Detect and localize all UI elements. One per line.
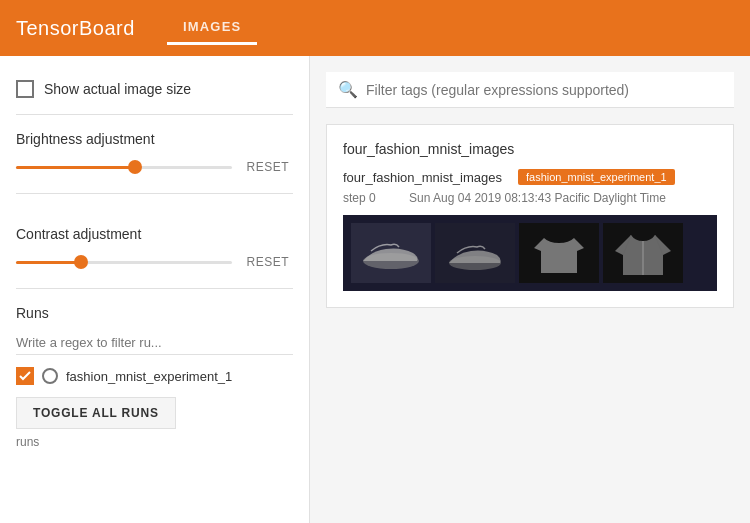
brightness-slider[interactable] <box>16 157 232 177</box>
run-radio[interactable] <box>42 368 58 384</box>
image-shoe2 <box>435 223 515 283</box>
contrast-thumb[interactable] <box>74 255 88 269</box>
runs-footer: runs <box>16 435 293 449</box>
right-panel: 🔍 four_fashion_mnist_images four_fashion… <box>310 56 750 523</box>
brightness-label: Brightness adjustment <box>16 131 293 147</box>
step-label: step 0 <box>343 191 376 205</box>
show-image-size-label: Show actual image size <box>44 81 191 97</box>
runs-title: Runs <box>16 305 293 321</box>
brightness-track <box>16 166 232 169</box>
image-card: four_fashion_mnist_images four_fashion_m… <box>326 124 734 308</box>
image-shoe1 <box>351 223 431 283</box>
brightness-slider-row: RESET <box>16 157 293 177</box>
image-card-title: four_fashion_mnist_images <box>343 141 717 157</box>
contrast-track <box>16 261 232 264</box>
app-logo: TensorBoard <box>16 17 135 40</box>
run-checkbox[interactable] <box>16 367 34 385</box>
contrast-fill <box>16 261 81 264</box>
brightness-reset-button[interactable]: RESET <box>242 158 293 176</box>
image-jacket <box>603 223 683 283</box>
experiment-badge: fashion_mnist_experiment_1 <box>518 169 675 185</box>
run-label: fashion_mnist_experiment_1 <box>66 369 232 384</box>
brightness-fill <box>16 166 135 169</box>
contrast-slider-row: RESET <box>16 252 293 272</box>
contrast-label: Contrast adjustment <box>16 226 293 242</box>
nav-tabs: IMAGES <box>167 11 257 45</box>
show-image-size-checkbox[interactable] <box>16 80 34 98</box>
main-layout: Show actual image size Brightness adjust… <box>0 56 750 523</box>
contrast-reset-button[interactable]: RESET <box>242 253 293 271</box>
image-card-name: four_fashion_mnist_images <box>343 170 502 185</box>
search-icon: 🔍 <box>338 80 358 99</box>
toggle-all-runs-button[interactable]: TOGGLE ALL RUNS <box>16 397 176 429</box>
run-item: fashion_mnist_experiment_1 <box>16 367 293 385</box>
timestamp: Sun Aug 04 2019 08:13:43 Pacific Dayligh… <box>409 191 666 205</box>
brightness-section: Brightness adjustment RESET <box>16 115 293 177</box>
images-strip <box>343 215 717 291</box>
filter-bar: 🔍 <box>326 72 734 108</box>
runs-filter-input[interactable] <box>16 331 293 355</box>
divider-2 <box>16 288 293 289</box>
divider-1 <box>16 193 293 194</box>
show-image-size-row: Show actual image size <box>16 72 293 115</box>
contrast-section: Contrast adjustment RESET <box>16 210 293 272</box>
tab-images[interactable]: IMAGES <box>167 11 257 45</box>
image-shirt <box>519 223 599 283</box>
brightness-thumb[interactable] <box>128 160 142 174</box>
runs-section: Runs fashion_mnist_experiment_1 TOGGLE A… <box>16 305 293 449</box>
header: TensorBoard IMAGES <box>0 0 750 56</box>
image-card-header: four_fashion_mnist_images fashion_mnist_… <box>343 169 717 185</box>
filter-tags-input[interactable] <box>366 82 722 98</box>
image-meta: step 0 Sun Aug 04 2019 08:13:43 Pacific … <box>343 191 717 205</box>
left-panel: Show actual image size Brightness adjust… <box>0 56 310 523</box>
contrast-slider[interactable] <box>16 252 232 272</box>
